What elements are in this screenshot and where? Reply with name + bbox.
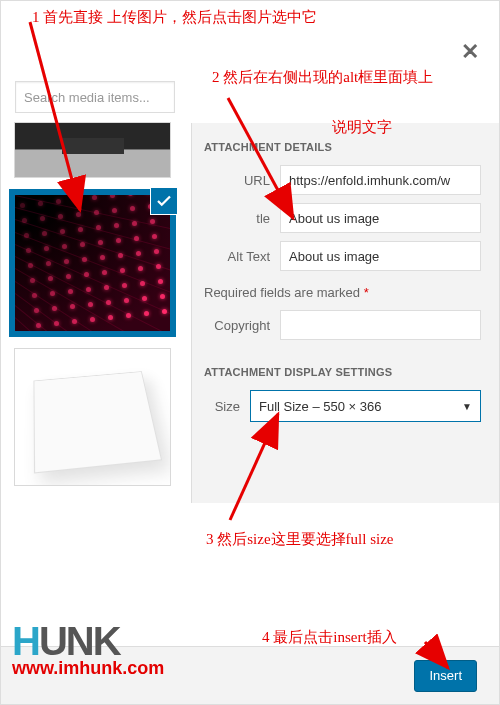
media-grid [1, 123, 191, 503]
section-title: ATTACHMENT DETAILS [204, 141, 481, 153]
attachment-details: ATTACHMENT DETAILS URL tle Alt Text Requ… [191, 123, 499, 503]
size-select[interactable]: Full Size – 550 × 366 ▼ [250, 390, 481, 422]
size-select-value: Full Size – 550 × 366 [259, 399, 382, 414]
alt-text-field[interactable] [280, 241, 481, 271]
media-thumb-selected[interactable] [15, 195, 170, 331]
insert-button[interactable]: Insert [414, 660, 477, 692]
required-note: Required fields are marked * [204, 285, 481, 300]
title-label: tle [204, 211, 280, 226]
url-label: URL [204, 173, 280, 188]
brand-watermark: HUNK www.imhunk.com [12, 619, 164, 679]
copyright-label: Copyright [204, 318, 280, 333]
media-thumb[interactable] [15, 123, 170, 177]
title-field[interactable] [280, 203, 481, 233]
section-title: ATTACHMENT DISPLAY SETTINGS [204, 366, 481, 378]
close-icon[interactable]: ✕ [461, 39, 479, 65]
media-thumb[interactable] [15, 349, 170, 485]
copyright-field[interactable] [280, 310, 481, 340]
alt-label: Alt Text [204, 249, 280, 264]
search-input[interactable] [15, 81, 175, 113]
chevron-down-icon: ▼ [462, 401, 472, 412]
size-label: Size [204, 399, 250, 414]
checkmark-icon [151, 188, 177, 214]
url-field[interactable] [280, 165, 481, 195]
